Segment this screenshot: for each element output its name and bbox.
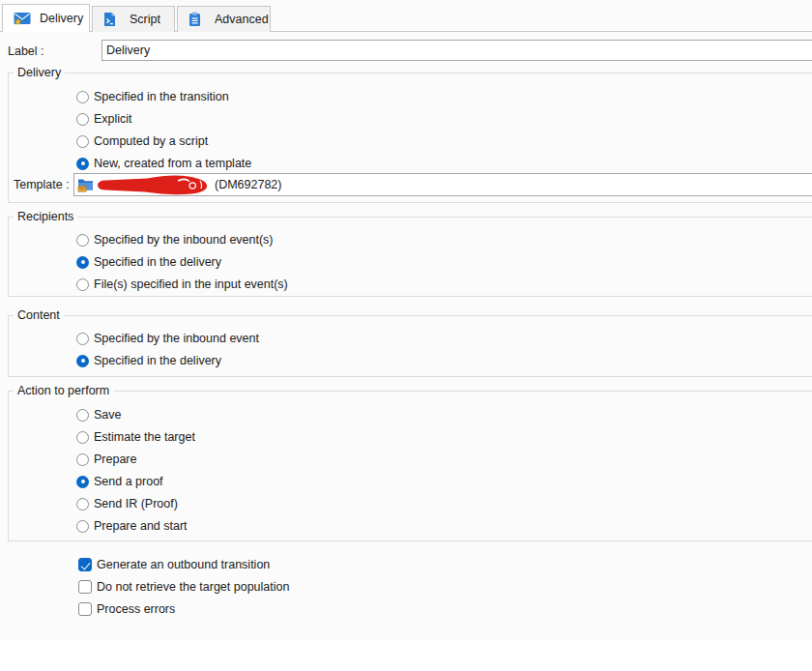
label-input[interactable] [102, 40, 812, 61]
radio-icon [76, 498, 89, 511]
radio-icon [76, 333, 89, 345]
radio-label: New, created from a template [94, 157, 251, 170]
radio-icon [76, 476, 89, 488]
radio-icon [76, 158, 89, 170]
group-delivery-title: Delivery [14, 66, 65, 79]
radio-icon [76, 234, 89, 247]
radio-icon [76, 453, 89, 466]
radio-prepare[interactable]: Prepare [76, 450, 136, 469]
radio-explicit[interactable]: Explicit [76, 109, 132, 129]
radio-computed-by-script[interactable]: Computed by a script [76, 131, 208, 151]
checkbox-icon [78, 580, 92, 594]
mail-star-icon [14, 11, 31, 26]
radio-icon [76, 113, 89, 126]
tab-script[interactable]: Script [92, 6, 175, 32]
checkbox-generate-outbound-transition[interactable]: Generate an outbound transition [78, 555, 270, 574]
template-field-label: Template : [14, 178, 70, 191]
checkbox-do-not-retrieve-target-population[interactable]: Do not retrieve the target population [78, 577, 289, 597]
radio-icon [76, 355, 89, 367]
radio-label: Specified by the inbound event [94, 332, 259, 345]
template-folder-icon [77, 177, 94, 192]
checkbox-label: Do not retrieve the target population [97, 580, 289, 594]
radio-icon [76, 409, 89, 422]
radio-new-from-template[interactable]: New, created from a template [76, 154, 251, 173]
radio-icon [76, 520, 89, 533]
radio-label: Specified in the transition [94, 90, 229, 103]
radio-files-specified-in-input-events[interactable]: File(s) specified in the input event(s) [76, 275, 288, 294]
tab-label: Advanced [215, 13, 269, 26]
radio-label: File(s) specified in the input event(s) [94, 277, 288, 291]
radio-label: Save [94, 408, 122, 422]
tab-bar: Delivery Script Advanced [0, 0, 812, 32]
tab-advanced[interactable]: Advanced [177, 6, 271, 32]
checkbox-icon [78, 602, 92, 616]
radio-recipients-specified-in-delivery[interactable]: Specified in the delivery [76, 252, 221, 272]
group-recipients-title: Recipients [14, 210, 77, 223]
radio-icon [76, 256, 89, 269]
radio-icon [76, 431, 89, 444]
radio-label: Specified in the delivery [94, 354, 221, 367]
checkbox-label: Process errors [97, 602, 175, 616]
radio-label: Send a proof [94, 475, 163, 488]
group-content-title: Content [14, 308, 64, 322]
radio-label: Computed by a script [94, 134, 208, 148]
delivery-properties-panel: Delivery Script Advanced [0, 0, 812, 640]
radio-label: Prepare [94, 452, 136, 466]
redaction-scribble [95, 172, 211, 197]
radio-specified-by-inbound-events[interactable]: Specified by the inbound event(s) [76, 230, 274, 249]
script-icon [103, 12, 121, 27]
radio-content-specified-in-delivery[interactable]: Specified in the delivery [76, 351, 221, 370]
tab-delivery[interactable]: Delivery [2, 4, 90, 32]
radio-send-ir-proof[interactable]: Send IR (Proof) [76, 494, 178, 513]
label-field-label: Label : [8, 44, 44, 58]
radio-icon [76, 135, 89, 148]
radio-icon [76, 91, 89, 103]
radio-icon [76, 278, 89, 291]
template-field[interactable]: (DM692782) [73, 173, 812, 196]
radio-label: Prepare and start [94, 519, 188, 533]
tab-label: Delivery [40, 12, 83, 25]
group-action-title: Action to perform [14, 384, 113, 397]
radio-label: Send IR (Proof) [94, 497, 178, 511]
bottom-strip [0, 640, 812, 671]
checkbox-label: Generate an outbound transition [97, 558, 270, 571]
radio-send-a-proof[interactable]: Send a proof [76, 472, 163, 491]
radio-label: Specified in the delivery [94, 255, 221, 269]
radio-label: Estimate the target [94, 430, 195, 444]
radio-estimate-the-target[interactable]: Estimate the target [76, 427, 195, 447]
radio-label: Explicit [94, 112, 132, 126]
checkbox-process-errors[interactable]: Process errors [78, 599, 175, 619]
radio-specified-in-transition[interactable]: Specified in the transition [76, 87, 229, 106]
clipboard-icon [188, 12, 206, 27]
radio-content-specified-by-inbound-event[interactable]: Specified by the inbound event [76, 329, 259, 348]
radio-prepare-and-start[interactable]: Prepare and start [76, 516, 188, 536]
radio-label: Specified by the inbound event(s) [94, 233, 274, 247]
tab-label: Script [130, 13, 160, 26]
radio-save[interactable]: Save [76, 405, 122, 424]
template-id-text: (DM692782) [215, 178, 281, 191]
checkbox-icon [78, 558, 92, 571]
